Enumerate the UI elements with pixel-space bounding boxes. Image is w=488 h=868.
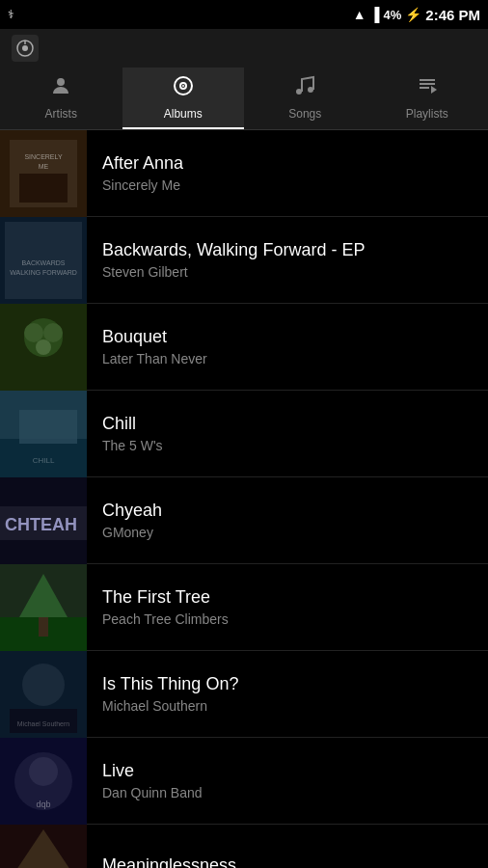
album-title: Chyeah <box>102 501 473 521</box>
status-right: ▲ ▐ 4% ⚡ 2:46 PM <box>353 7 480 23</box>
album-art-chyeah: CHTEAH <box>0 477 87 564</box>
album-title: Bouquet <box>102 327 473 347</box>
svg-rect-37 <box>39 617 48 637</box>
album-artist: Dan Quinn Band <box>102 785 473 800</box>
svg-text:ME: ME <box>39 163 49 170</box>
svg-point-6 <box>182 85 184 87</box>
svg-point-44 <box>29 757 58 786</box>
album-title: After Anna <box>102 153 473 174</box>
album-title: Meaninglessness <box>102 855 473 868</box>
playlists-icon <box>416 74 439 103</box>
tab-bar: Artists Albums Songs <box>0 68 488 130</box>
album-art-bouquet <box>0 304 87 391</box>
svg-text:dqb: dqb <box>36 800 50 809</box>
album-item-live[interactable]: dqbLiveDan Quinn Band <box>0 738 488 825</box>
album-title: The First Tree <box>102 587 473 608</box>
svg-text:CHILL: CHILL <box>33 456 55 465</box>
svg-point-7 <box>296 89 302 95</box>
album-artist: Later Than Never <box>102 351 473 366</box>
battery-icon: ⚡ <box>405 7 421 22</box>
album-art-chill: CHILL <box>0 391 87 477</box>
album-item-first-tree[interactable]: The First TreePeach Tree Climbers <box>0 564 488 651</box>
album-art-first-tree <box>0 564 87 651</box>
status-left: ⚕ <box>8 8 14 21</box>
svg-point-8 <box>308 87 313 93</box>
svg-text:BACKWARDS: BACKWARDS <box>22 259 66 266</box>
album-title: Chill <box>102 414 473 434</box>
svg-text:WALKING FORWARD: WALKING FORWARD <box>10 269 77 276</box>
tab-playlists-label: Playlists <box>406 107 448 121</box>
svg-marker-12 <box>431 86 437 94</box>
app-logo <box>12 35 39 62</box>
album-title: Live <box>102 761 473 781</box>
album-item-bouquet[interactable]: BouquetLater Than Never <box>0 304 488 391</box>
svg-point-26 <box>36 339 51 355</box>
artists-icon <box>49 74 72 103</box>
svg-point-3 <box>57 78 65 86</box>
svg-point-24 <box>24 323 43 342</box>
album-art-is-this: Michael Southern <box>0 651 87 738</box>
album-artist: GMoney <box>102 525 473 540</box>
album-item-meaninglessness[interactable]: Meaninglessness <box>0 825 488 868</box>
svg-text:SINCERELY: SINCERELY <box>24 153 62 160</box>
songs-icon <box>293 74 316 103</box>
tab-artists-label: Artists <box>45 107 77 121</box>
svg-point-1 <box>22 45 28 51</box>
app-header <box>0 29 488 68</box>
status-bar: ⚕ ▲ ▐ 4% ⚡ 2:46 PM <box>0 0 488 29</box>
album-list: SINCERELYMEAfter AnnaSincerely MeBACKWAR… <box>0 130 488 868</box>
wifi-icon: ▲ <box>353 7 366 22</box>
album-title: Is This Thing On? <box>102 674 473 694</box>
signal-icon: ▐ <box>370 7 380 22</box>
svg-point-39 <box>22 664 65 706</box>
album-art-live: dqb <box>0 738 87 825</box>
tab-artists[interactable]: Artists <box>0 68 122 129</box>
svg-text:CHTEAH: CHTEAH <box>5 515 77 534</box>
battery-percent: 4% <box>384 8 402 22</box>
album-artist: Peach Tree Climbers <box>102 611 473 627</box>
album-item-chyeah[interactable]: CHTEAHChyeahGMoney <box>0 477 488 564</box>
album-art-meaninglessness <box>0 825 87 869</box>
album-item-is-this[interactable]: Michael SouthernIs This Thing On?Michael… <box>0 651 488 738</box>
tab-playlists[interactable]: Playlists <box>366 68 489 129</box>
album-artist: The 5 W's <box>102 438 473 453</box>
svg-text:Michael Southern: Michael Southern <box>17 720 70 727</box>
tab-albums[interactable]: Albums <box>122 68 245 129</box>
app-notification-icon: ⚕ <box>8 8 14 21</box>
tab-songs-label: Songs <box>288 107 321 121</box>
album-title: Backwards, Walking Forward - EP <box>102 240 473 260</box>
svg-rect-17 <box>19 174 68 203</box>
albums-icon <box>172 74 195 103</box>
album-item-chill[interactable]: CHILLChillThe 5 W's <box>0 391 488 477</box>
album-artist: Steven Gilbert <box>102 264 473 280</box>
svg-rect-29 <box>19 410 77 444</box>
tab-albums-label: Albums <box>164 107 203 121</box>
svg-point-25 <box>43 323 63 342</box>
album-item-after-anna[interactable]: SINCERELYMEAfter AnnaSincerely Me <box>0 130 488 217</box>
album-art-backwards: BACKWARDSWALKING FORWARD <box>0 217 87 304</box>
album-item-backwards[interactable]: BACKWARDSWALKING FORWARDBackwards, Walki… <box>0 217 488 304</box>
album-artist: Michael Southern <box>102 698 473 714</box>
tab-songs[interactable]: Songs <box>244 68 366 129</box>
time-display: 2:46 PM <box>425 7 480 23</box>
album-artist: Sincerely Me <box>102 177 473 193</box>
album-art-after-anna: SINCERELYME <box>0 130 87 217</box>
